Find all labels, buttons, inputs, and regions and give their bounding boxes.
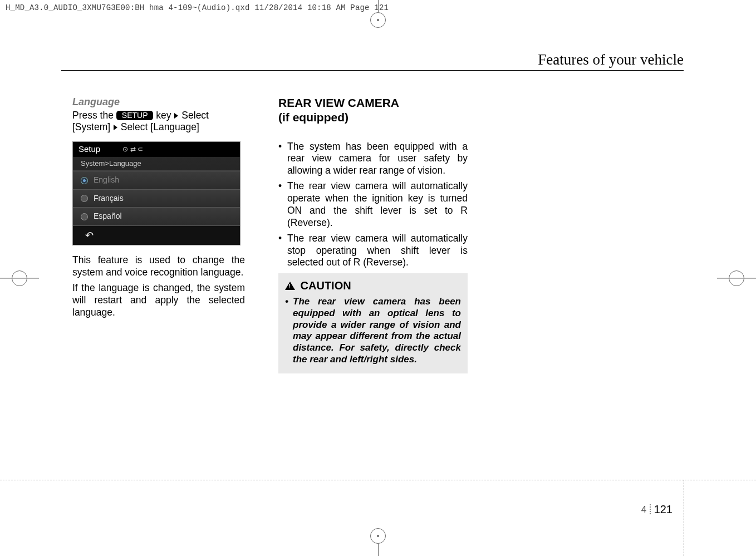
content-area: Language Press the SETUP key Select [Sys… xyxy=(72,96,629,373)
page-divider xyxy=(650,504,651,515)
row-label: Français xyxy=(94,194,124,204)
registration-mark-bottom xyxy=(361,523,395,556)
bullet-3: The rear view camera will automatically … xyxy=(278,233,468,269)
page-no: 121 xyxy=(654,503,672,516)
radio-icon xyxy=(81,195,88,202)
row-label: English xyxy=(94,175,119,185)
rear-view-bullets: The system has been equipped with a rear… xyxy=(278,141,468,269)
column-language: Language Press the SETUP key Select [Sys… xyxy=(72,96,245,373)
caution-text: The rear view camera has been equipped w… xyxy=(285,296,461,365)
screenshot-breadcrumb: System>Language xyxy=(73,157,240,171)
page-section: 4 xyxy=(641,504,646,515)
press-line-2: [System] Select [Language] xyxy=(72,121,245,134)
lang-row-espanol[interactable]: Español xyxy=(73,207,240,225)
rear-view-heading: REAR VIEW CAMERA (if equipped) xyxy=(278,96,468,125)
registration-mark-top xyxy=(361,0,395,33)
warning-triangle-icon xyxy=(285,282,295,290)
screenshot-title: Setup xyxy=(78,144,100,155)
file-header: H_MD_A3.0_AUDIO_3XMU7G3E00:BH hma 4-109~… xyxy=(6,3,389,12)
bullet-2: The rear view camera will automatically … xyxy=(278,180,468,229)
setup-screenshot: Setup ⊙ ⇄ ⊂ System>Language English Fran… xyxy=(72,141,240,245)
lang-para-2: If the language is changed, the system w… xyxy=(72,282,245,319)
press-line-1: Press the SETUP key Select xyxy=(72,110,245,122)
line2a: [System] xyxy=(72,121,113,132)
screenshot-header: Setup ⊙ ⇄ ⊂ xyxy=(73,142,240,157)
triangle-icon xyxy=(114,125,117,130)
lang-row-francais[interactable]: Français xyxy=(73,189,240,208)
setup-key-label: SETUP xyxy=(116,111,154,121)
triangle-icon xyxy=(174,113,178,119)
caution-heading: CAUTION xyxy=(285,279,461,293)
radio-icon xyxy=(81,213,88,220)
press-suffix: Select xyxy=(181,110,209,121)
column-rear-view: REAR VIEW CAMERA (if equipped) The syste… xyxy=(278,96,468,373)
row-label: Español xyxy=(94,211,122,222)
registration-mark-right xyxy=(717,267,756,289)
section-title: Features of your vehicle xyxy=(538,51,684,68)
crop-dashed-vertical xyxy=(684,480,684,556)
lang-para-1: This feature is used to change the syste… xyxy=(72,254,245,279)
crop-dashed-horizontal xyxy=(0,480,756,480)
press-mid: key xyxy=(156,110,171,121)
line2b: Select [Language] xyxy=(121,121,199,132)
language-heading: Language xyxy=(72,96,245,109)
screenshot-header-icons: ⊙ ⇄ ⊂ xyxy=(122,145,143,154)
press-prefix: Press the xyxy=(72,110,116,121)
caution-label: CAUTION xyxy=(301,279,351,292)
caution-box: CAUTION The rear view camera has been eq… xyxy=(278,273,468,373)
registration-mark-left xyxy=(0,267,39,289)
radio-icon xyxy=(81,177,88,184)
lang-row-english[interactable]: English xyxy=(73,171,240,189)
section-rule xyxy=(61,70,684,71)
screenshot-back-button[interactable]: ↶ xyxy=(73,225,240,245)
bullet-1: The system has been equipped with a rear… xyxy=(278,141,468,178)
page-number: 4 121 xyxy=(641,503,672,516)
